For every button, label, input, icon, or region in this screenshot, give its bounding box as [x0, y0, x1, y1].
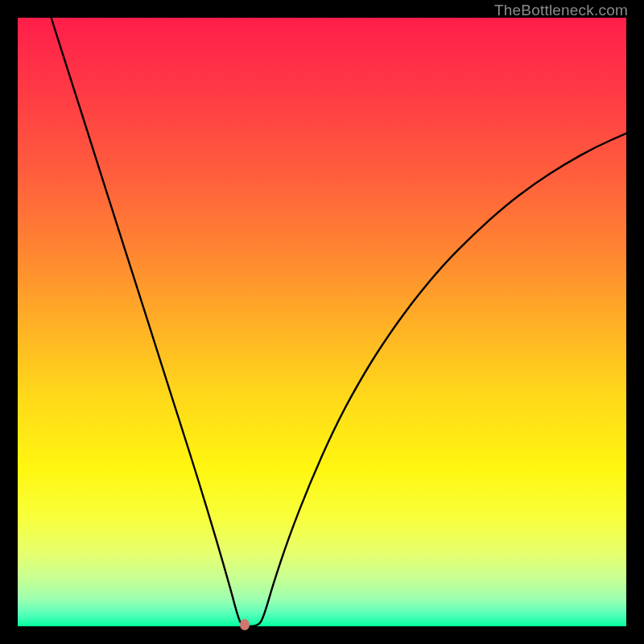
background-gradient [18, 18, 626, 626]
optimal-point-marker [240, 619, 250, 630]
plot-frame [18, 18, 626, 626]
svg-rect-0 [18, 18, 626, 626]
watermark-text: TheBottleneck.com [494, 2, 628, 19]
